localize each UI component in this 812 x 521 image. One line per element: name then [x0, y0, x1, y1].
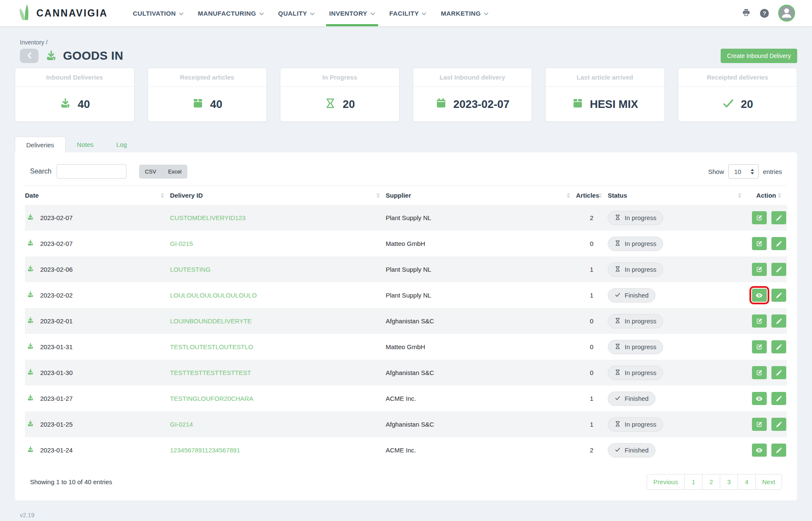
supplier-name: ACME Inc.	[386, 437, 576, 463]
edit-pencil-button[interactable]	[771, 263, 786, 276]
header-status[interactable]: Status	[608, 186, 747, 205]
pagination-page-2[interactable]: 2	[702, 474, 720, 490]
export-csv-button[interactable]: CSV	[139, 165, 162, 179]
header-delivery-id[interactable]: Delivery ID	[170, 186, 386, 205]
menu-manufacturing[interactable]: MANUFACTURING	[191, 0, 271, 26]
pagination-next[interactable]: Next	[755, 474, 782, 490]
edit-pencil-button[interactable]	[771, 314, 786, 328]
edit-delivery-button[interactable]	[752, 263, 767, 276]
edit-pencil-button[interactable]	[771, 289, 786, 302]
pagination-page-3[interactable]: 3	[720, 474, 738, 490]
card-title: In Progress	[280, 68, 399, 87]
edit-delivery-button[interactable]	[752, 418, 767, 431]
delivery-date: 2023-02-06	[40, 256, 170, 282]
edit-pencil-button[interactable]	[771, 211, 786, 224]
card-value: HESI MIX	[590, 98, 638, 111]
menu-inventory[interactable]: INVENTORY	[322, 0, 382, 26]
pagination-page-4[interactable]: 4	[738, 474, 756, 490]
edit-pencil-button[interactable]	[771, 418, 786, 431]
edit-delivery-button[interactable]	[752, 211, 767, 224]
status-badge: In progress	[608, 417, 663, 432]
check-icon	[614, 395, 621, 402]
chevron-down-icon	[484, 10, 488, 17]
print-button[interactable]	[742, 8, 751, 18]
page-size-value: 10	[734, 168, 741, 175]
delivery-id-link[interactable]: TESTINGLOUFOR20CHARA	[170, 395, 253, 402]
header-supplier[interactable]: Supplier	[386, 186, 576, 205]
card-title: Inbound Deliveries	[15, 68, 134, 87]
goods-in-icon	[27, 215, 34, 222]
top-navbar: CANNAVIGIA CULTIVATION MANUFACTURING QUA…	[0, 0, 812, 26]
header-date[interactable]: Date	[25, 186, 170, 205]
tab-deliveries[interactable]: Deliveries	[15, 137, 66, 153]
help-button[interactable]: ?	[760, 9, 769, 18]
menu-marketing[interactable]: MARKETING	[433, 0, 495, 26]
tab-notes[interactable]: Notes	[66, 136, 105, 152]
articles-count: 2	[576, 437, 608, 463]
menu-cultivation[interactable]: CULTIVATION	[126, 0, 191, 26]
delivery-date: 2023-01-31	[40, 334, 170, 360]
delivery-date: 2023-01-27	[40, 386, 170, 411]
view-delivery-button[interactable]	[752, 444, 767, 457]
view-delivery-button[interactable]	[752, 289, 767, 302]
header-articles[interactable]: Articles	[576, 186, 608, 205]
check-icon	[614, 292, 621, 299]
status-badge: In progress	[608, 237, 663, 251]
card-title: Receipted articles	[148, 68, 267, 87]
hourglass-icon	[614, 343, 621, 351]
pagination-previous[interactable]: Previous	[647, 474, 685, 490]
delivery-id-link[interactable]: CUSTOMDELIVERYID123	[170, 214, 246, 221]
supplier-name: Plant Supply NL	[386, 282, 576, 308]
edit-pencil-button[interactable]	[771, 444, 786, 457]
delivery-date: 2023-01-24	[40, 437, 170, 463]
delivery-id-link[interactable]: GI-0214	[170, 421, 193, 428]
menu-quality[interactable]: QUALITY	[271, 0, 322, 26]
user-avatar[interactable]	[778, 5, 795, 22]
app-version: v2.19	[20, 512, 812, 518]
check-icon	[722, 97, 735, 111]
pagination: Previous 1 2 3 4 Next	[647, 474, 782, 490]
spinner-arrows-icon	[751, 169, 754, 174]
export-excel-button[interactable]: Excel	[162, 165, 187, 179]
brand-logo[interactable]: CANNAVIGIA	[17, 0, 108, 26]
edit-delivery-button[interactable]	[752, 340, 767, 353]
edit-pencil-button[interactable]	[771, 237, 786, 250]
stat-cards: Inbound Deliveries 40 Receipted articles	[15, 68, 797, 122]
back-button[interactable]	[20, 49, 38, 63]
delivery-id-link[interactable]: TESTLOUTESTLOUTESTLO	[170, 343, 253, 350]
delivery-id-link[interactable]: LOUTESTING	[170, 266, 211, 273]
chevron-down-icon	[310, 10, 315, 17]
delivery-date: 2023-02-07	[40, 231, 170, 256]
menu-facility[interactable]: FACILITY	[382, 0, 434, 26]
edit-pencil-button[interactable]	[771, 340, 786, 353]
create-inbound-delivery-button[interactable]: Create Inbound Delivery	[721, 49, 797, 63]
page-size-select[interactable]: 10	[728, 164, 759, 179]
edit-delivery-button[interactable]	[752, 237, 767, 250]
header-action[interactable]: Action	[747, 186, 787, 205]
edit-pencil-button[interactable]	[771, 392, 786, 405]
edit-delivery-button[interactable]	[752, 366, 767, 379]
delivery-id-link[interactable]: 12345678911234567891	[170, 447, 240, 454]
delivery-id-link[interactable]: TESTTESTTESTTESTTEST	[170, 369, 251, 376]
status-badge: In progress	[608, 314, 663, 328]
breadcrumb[interactable]: Inventory /	[20, 39, 812, 46]
search-input[interactable]	[57, 164, 126, 179]
pagination-page-1[interactable]: 1	[684, 474, 702, 490]
delivery-id-link[interactable]: GI-0215	[170, 240, 193, 247]
edit-pencil-button[interactable]	[771, 366, 786, 379]
card-receipted-articles: Receipted articles 40	[148, 68, 267, 122]
deliveries-tbody: 2023-02-07 CUSTOMDELIVERYID123 Plant Sup…	[25, 205, 787, 463]
delivery-id-link[interactable]: LOULOULOULOULOULOULO	[170, 292, 257, 299]
main-menu: CULTIVATION MANUFACTURING QUALITY INVENT…	[126, 0, 496, 26]
edit-delivery-button[interactable]	[752, 314, 767, 328]
articles-count: 1	[576, 411, 608, 437]
supplier-name: Matteo GmbH	[386, 231, 576, 256]
goods-in-icon	[27, 292, 34, 300]
delivery-id-link[interactable]: LOUINBOUNDDELIVERYTE	[170, 317, 252, 325]
sort-icon	[738, 193, 741, 198]
calendar-icon	[435, 97, 447, 111]
deliveries-panel: Search CSV Excel Show 10 entries Date De	[15, 152, 797, 501]
tab-log[interactable]: Log	[105, 136, 138, 152]
supplier-name: Plant Supply NL	[386, 205, 576, 231]
view-delivery-button[interactable]	[752, 392, 767, 405]
